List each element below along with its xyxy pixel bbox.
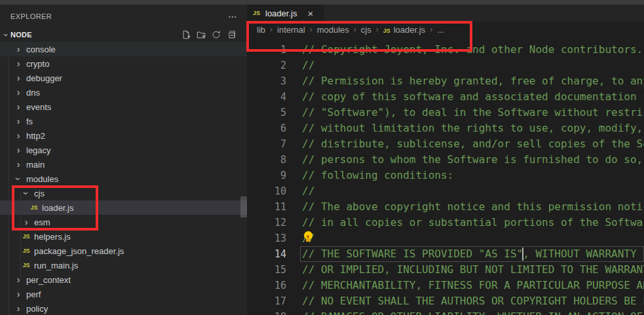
line-number: 9 bbox=[247, 168, 286, 183]
breadcrumb-item--[interactable]: ... bbox=[437, 25, 444, 35]
line-number: 18 bbox=[247, 309, 286, 315]
sidebar-item-legacy[interactable]: ›legacy bbox=[0, 143, 247, 157]
code-line-10: 10// bbox=[247, 183, 644, 199]
file-tree: ›console›crypto›debugger›dns›events›fs›h… bbox=[0, 42, 247, 315]
code-text: // persons to whom the Software is furni… bbox=[286, 152, 644, 168]
sidebar-item-label: perf bbox=[26, 289, 41, 299]
new-folder-icon[interactable] bbox=[196, 29, 206, 40]
sidebar-item-label: debugger bbox=[26, 73, 62, 83]
line-number: 5 bbox=[247, 105, 286, 120]
breadcrumb-item-internal[interactable]: internal bbox=[277, 25, 305, 35]
line-number: 13 bbox=[247, 231, 286, 246]
sidebar-item-label: per_context bbox=[26, 275, 71, 285]
node-section-header[interactable]: › NODE bbox=[0, 28, 247, 42]
js-file-icon: JS bbox=[21, 248, 31, 254]
sidebar-item-modules[interactable]: ›modules bbox=[0, 172, 247, 186]
chevron-right-icon: › bbox=[13, 44, 24, 54]
line-number: 16 bbox=[247, 278, 286, 293]
chevron-down-icon: › bbox=[1, 30, 11, 39]
title-bar bbox=[0, 0, 644, 5]
code-line-1: 1// Copyright Joyent, Inc. and other Nod… bbox=[247, 42, 644, 58]
breadcrumb-item-modules[interactable]: modules bbox=[317, 25, 349, 35]
chevron-right-icon: › bbox=[13, 289, 24, 299]
chevron-right-icon: › bbox=[13, 102, 24, 112]
sidebar-item-label: crypto bbox=[26, 59, 49, 69]
line-number: 7 bbox=[247, 136, 286, 152]
code-text: // DAMAGES OR OTHER LIABILITY, WHETHER I… bbox=[286, 309, 644, 315]
line-number: 4 bbox=[247, 89, 286, 105]
code-line-3: 3// Permission is hereby granted, free o… bbox=[247, 73, 644, 89]
lightbulb-icon[interactable] bbox=[303, 231, 313, 242]
sidebar-item-package-json-reader-js[interactable]: JSpackage_json_reader.js bbox=[0, 244, 247, 258]
code-text: // MERCHANTABILITY, FITNESS FOR A PARTIC… bbox=[286, 278, 644, 293]
sidebar-item-policy[interactable]: ›policy bbox=[0, 301, 247, 315]
explorer-title: EXPLORER bbox=[10, 12, 52, 20]
collapse-all-icon[interactable] bbox=[226, 29, 237, 40]
js-file-icon: JS bbox=[21, 262, 31, 269]
breadcrumb-separator: › bbox=[430, 25, 432, 34]
refresh-icon[interactable] bbox=[211, 29, 221, 40]
line-number: 17 bbox=[247, 293, 286, 309]
line-number: 14 bbox=[247, 246, 286, 262]
sidebar-item-perf[interactable]: ›perf bbox=[0, 287, 247, 301]
close-tab-icon[interactable]: × bbox=[307, 8, 313, 19]
line-number: 6 bbox=[247, 120, 286, 136]
sidebar-item-label: loader.js bbox=[42, 203, 73, 213]
code-line-5: 5// "Software"), to deal in the Software… bbox=[247, 105, 644, 120]
sidebar-item-label: helpers.js bbox=[34, 232, 71, 242]
sidebar-item-esm[interactable]: ›esm bbox=[0, 215, 247, 229]
sidebar-item-run-main-js[interactable]: JSrun_main.js bbox=[0, 258, 247, 272]
vscode-window: EXPLORER ⋯ › NODE bbox=[0, 0, 644, 315]
sidebar-item-label: esm bbox=[34, 217, 50, 227]
code-text: // "Software"), to deal in the Software … bbox=[286, 105, 644, 120]
breadcrumb-item-lib[interactable]: lib bbox=[257, 25, 265, 35]
tab-label: loader.js bbox=[265, 9, 297, 18]
chevron-right-icon: › bbox=[21, 217, 31, 227]
code-line-8: 8// persons to whom the Software is furn… bbox=[247, 152, 644, 168]
sidebar-item-cjs[interactable]: ›cjs bbox=[0, 186, 247, 200]
breadcrumb-separator: › bbox=[376, 25, 379, 34]
chevron-right-icon: › bbox=[13, 274, 24, 285]
code-line-2: 2// bbox=[247, 58, 644, 73]
sidebar-item-debugger[interactable]: ›debugger bbox=[0, 71, 247, 85]
sidebar-item-main[interactable]: ›main bbox=[0, 157, 247, 172]
sidebar-item-fs[interactable]: ›fs bbox=[0, 114, 247, 128]
line-number: 15 bbox=[247, 262, 286, 278]
line-number: 2 bbox=[247, 58, 286, 73]
sidebar-item-loader-js[interactable]: JSloader.js bbox=[0, 200, 247, 215]
chevron-right-icon: › bbox=[13, 145, 24, 155]
code-line-17: 17// NO EVENT SHALL THE AUTHORS OR COPYR… bbox=[247, 293, 644, 309]
sidebar-item-label: package_json_reader.js bbox=[34, 246, 124, 256]
line-number: 11 bbox=[247, 199, 286, 215]
sidebar-item-events[interactable]: ›events bbox=[0, 100, 247, 114]
chevron-right-icon: › bbox=[13, 303, 24, 314]
code-line-14: 14// THE SOFTWARE IS PROVIDED "AS IS", W… bbox=[247, 246, 644, 262]
tab-loader-js[interactable]: JS loader.js × bbox=[247, 5, 324, 22]
chevron-right-icon: › bbox=[13, 73, 24, 83]
breadcrumb-separator: › bbox=[354, 25, 356, 34]
code-area[interactable]: 1// Copyright Joyent, Inc. and other Nod… bbox=[247, 37, 644, 315]
code-text: // OR IMPLIED, INCLUDING BUT NOT LIMITED… bbox=[286, 262, 644, 278]
code-text: // bbox=[286, 58, 314, 73]
js-file-icon: JS bbox=[29, 204, 39, 211]
sidebar-item-dns[interactable]: ›dns bbox=[0, 85, 247, 100]
sidebar-item-crypto[interactable]: ›crypto bbox=[0, 56, 247, 71]
sidebar-scrollbar-thumb[interactable] bbox=[240, 196, 247, 217]
more-actions-icon[interactable]: ⋯ bbox=[228, 14, 238, 19]
sidebar-item-per-context[interactable]: ›per_context bbox=[0, 272, 247, 287]
breadcrumb-item-cjs[interactable]: cjs bbox=[361, 25, 371, 35]
new-file-icon[interactable] bbox=[181, 29, 191, 40]
sidebar-item-helpers-js[interactable]: JShelpers.js bbox=[0, 229, 247, 244]
text-cursor bbox=[522, 248, 523, 261]
line-number: 3 bbox=[247, 73, 286, 89]
sidebar-item-label: cjs bbox=[34, 189, 45, 198]
breadcrumb-item-loader-js[interactable]: JSloader.js bbox=[383, 25, 425, 35]
chevron-right-icon: › bbox=[13, 116, 24, 126]
code-text: // THE SOFTWARE IS PROVIDED "AS IS", WIT… bbox=[286, 246, 644, 262]
sidebar-item-label: dns bbox=[26, 88, 40, 98]
code-text: // Copyright Joyent, Inc. and other Node… bbox=[286, 42, 643, 58]
sidebar-item-console[interactable]: ›console bbox=[0, 42, 247, 56]
sidebar-item-http2[interactable]: ›http2 bbox=[0, 128, 247, 143]
sidebar-item-label: http2 bbox=[26, 131, 45, 141]
code-line-18: 18// DAMAGES OR OTHER LIABILITY, WHETHER… bbox=[247, 309, 644, 315]
